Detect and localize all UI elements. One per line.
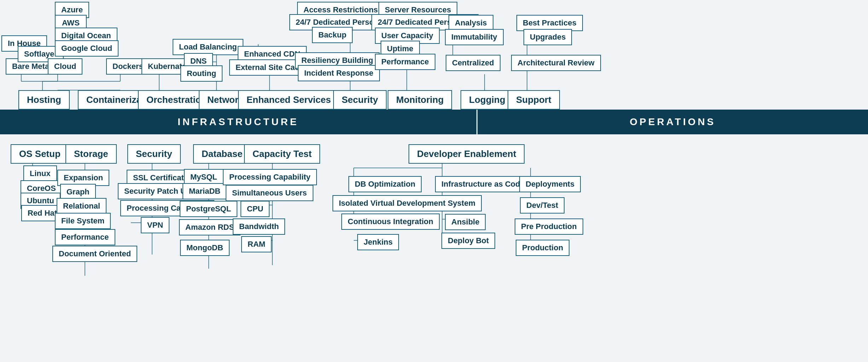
top-section: Hosting Bare Metal In House Softlayer Cl… bbox=[0, 0, 868, 110]
processing-capability-capacity-node: Processing Capability bbox=[223, 169, 317, 185]
storage-node: Storage bbox=[65, 144, 117, 164]
bandwidth-node: Bandwidth bbox=[233, 218, 285, 235]
relational-node: Relational bbox=[57, 198, 106, 214]
immutability-node: Immutability bbox=[445, 29, 504, 45]
hosting-node: Hosting bbox=[18, 90, 70, 110]
mongodb-node: MongoDB bbox=[180, 240, 230, 256]
operations-label: Operations bbox=[630, 116, 716, 128]
routing-node: Routing bbox=[180, 65, 222, 82]
main-container: Hosting Bare Metal In House Softlayer Cl… bbox=[0, 0, 868, 339]
continuous-integration-node: Continuous Integration bbox=[341, 214, 440, 230]
isolated-virtual-node: Isolated Virtual Development System bbox=[332, 195, 482, 211]
simultaneous-users-node: Simultaneous Users bbox=[226, 185, 313, 201]
infrastructure-bar: Infrastructure bbox=[0, 110, 478, 134]
dev-test-node: Dev/Test bbox=[520, 197, 565, 214]
ram-node: RAM bbox=[241, 236, 272, 252]
infrastructure-as-code-node: Infrastructure as Code bbox=[435, 176, 531, 192]
google-cloud-node: Google Cloud bbox=[55, 40, 118, 57]
linux-node: Linux bbox=[23, 165, 57, 182]
capacity-test-node: Capacity Test bbox=[244, 144, 320, 164]
pre-production-node: Pre Production bbox=[515, 218, 583, 235]
section-bars: Infrastructure Operations bbox=[0, 110, 868, 134]
cloud-node: Cloud bbox=[48, 58, 82, 75]
os-setup-node: OS Setup bbox=[11, 144, 69, 164]
operations-bar: Operations bbox=[478, 110, 868, 134]
bottom-section: OS Setup Linux CoreOS Ubuntu Red Hat Sto… bbox=[0, 134, 868, 339]
monitoring-node: Monitoring bbox=[388, 90, 452, 110]
backup-node: Backup bbox=[312, 27, 353, 43]
upgrades-node: Upgrades bbox=[523, 29, 572, 45]
security-bottom-node: Security bbox=[127, 144, 181, 164]
file-system-node: File System bbox=[55, 213, 111, 229]
infrastructure-label: Infrastructure bbox=[178, 116, 299, 128]
db-optimization-node: DB Optimization bbox=[348, 176, 422, 192]
performance-node: Performance bbox=[375, 54, 435, 70]
postgresql-node: PostgreSQL bbox=[180, 201, 237, 217]
document-oriented-node: Document Oriented bbox=[52, 246, 137, 262]
database-node: Database bbox=[193, 144, 251, 164]
architectural-review-node: Architectural Review bbox=[511, 55, 601, 71]
ansible-node: Ansible bbox=[445, 214, 486, 230]
developer-enablement-node: Developer Enablement bbox=[409, 144, 525, 164]
centralized-node: Centralized bbox=[446, 55, 500, 71]
mariadb-node: MariaDB bbox=[183, 183, 227, 199]
cpu-node: CPU bbox=[241, 201, 270, 217]
logging-node: Logging bbox=[461, 90, 514, 110]
production-node: Production bbox=[516, 240, 569, 256]
amazon-rds-node: Amazon RDS bbox=[179, 219, 241, 235]
incident-response-node: Incident Response bbox=[298, 65, 380, 81]
security-top-node: Security bbox=[333, 90, 387, 110]
enhanced-services-node: Enhanced Services bbox=[238, 90, 339, 110]
support-node: Support bbox=[508, 90, 560, 110]
deploy-bot-node: Deploy Bot bbox=[441, 233, 495, 249]
performance-bottom-node: Performance bbox=[55, 229, 115, 245]
vpn-node: VPN bbox=[141, 217, 169, 233]
deployments-node: Deployments bbox=[519, 176, 581, 192]
jenkins-node: Jenkins bbox=[357, 234, 399, 250]
